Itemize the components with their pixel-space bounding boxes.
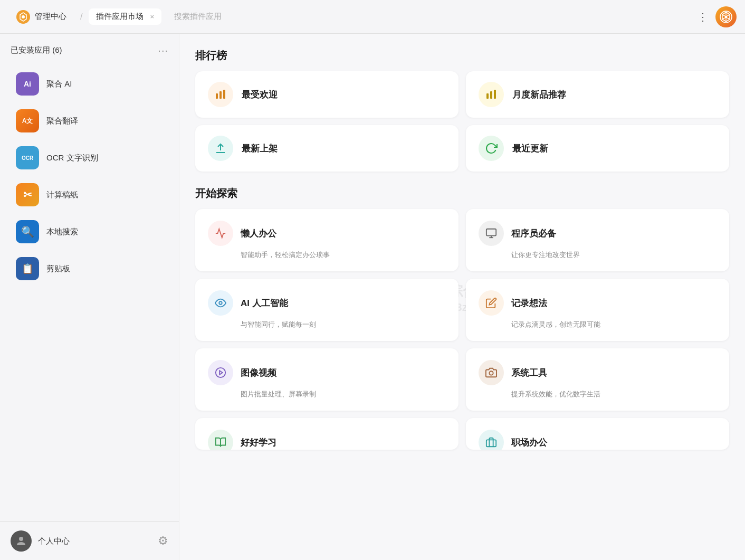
- sidebar-item-ocr[interactable]: OCR OCR 文字识别: [5, 140, 174, 176]
- ai-desc: 与智能同行，赋能每一刻: [208, 320, 446, 329]
- explore-title: 开始探索: [195, 186, 729, 201]
- titlebar: 管理中心 / 插件应用市场 × 搜索插件应用 ⋮: [0, 0, 745, 34]
- lazy-office-header: 懒人办公: [208, 221, 446, 246]
- sidebar-header: 已安装应用 (6) ···: [0, 44, 179, 65]
- main-layout: 已安装应用 (6) ··· Ai 聚合 AI A文 聚合翻译 OCR OC: [0, 34, 745, 560]
- image-video-card[interactable]: 图像视频 图片批量处理、屏幕录制: [195, 348, 459, 411]
- management-icon: [16, 10, 31, 24]
- ranking-grid-row1: 最受欢迎 月度新品推荐: [195, 71, 729, 118]
- svg-point-22: [216, 368, 225, 377]
- juhe-translate-name: 聚合翻译: [46, 116, 78, 126]
- explore-grid-row3: 图像视频 图片批量处理、屏幕录制 系统工具 提升系统效: [195, 348, 729, 411]
- programmer-card[interactable]: 程序员必备 让你更专注地改变世界: [466, 209, 729, 271]
- ranking-section: 排行榜 最受欢迎: [195, 49, 729, 172]
- brand-avatar[interactable]: [715, 6, 737, 27]
- record-ideas-header: 记录想法: [479, 290, 717, 316]
- monthly-new-card[interactable]: 月度新品推荐: [466, 71, 729, 118]
- explore-grid-row1: 懒人办公 智能助手，轻松搞定办公琐事 程序员必备: [195, 209, 729, 271]
- monthly-new-icon: [479, 82, 504, 107]
- svg-point-10: [19, 537, 23, 541]
- sidebar-more-button[interactable]: ···: [158, 44, 168, 56]
- ranking-grid-row2: 最新上架 最近更新: [195, 125, 729, 172]
- user-avatar: [11, 530, 32, 552]
- management-center-tab[interactable]: 管理中心: [8, 6, 74, 27]
- system-tools-header: 系统工具: [479, 360, 717, 385]
- lazy-office-title: 懒人办公: [241, 227, 276, 240]
- lazy-office-card[interactable]: 懒人办公 智能助手，轻松搞定办公琐事: [195, 209, 459, 271]
- latest-listed-label: 最新上架: [242, 143, 278, 155]
- svg-rect-25: [486, 440, 496, 447]
- image-video-desc: 图片批量处理、屏幕录制: [208, 390, 446, 399]
- titlebar-right: ⋮: [698, 6, 737, 27]
- sidebar-section-title: 已安装应用 (6): [11, 45, 62, 55]
- content-area: ⊕ 闸综合社区 www.i3zh.com 排行榜 最受欢迎: [179, 34, 745, 560]
- svg-rect-18: [486, 229, 496, 236]
- explore-grid-row2: AI 人工智能 与智能同行，赋能每一刻 记录想法 记录: [195, 279, 729, 341]
- bar-chart2-icon: [485, 88, 498, 101]
- plugin-market-label: 插件应用市场: [96, 12, 144, 22]
- latest-listed-icon: [208, 136, 233, 161]
- system-tools-icon: [479, 360, 504, 385]
- record-ideas-title: 记录想法: [511, 297, 547, 309]
- office-work-title: 职场办公: [511, 436, 547, 449]
- clipboard-name: 剪贴板: [46, 264, 70, 274]
- svg-rect-12: [219, 91, 222, 99]
- edit-icon: [485, 297, 497, 309]
- svg-rect-14: [486, 93, 489, 99]
- monthly-new-label: 月度新品推荐: [512, 89, 566, 101]
- svg-point-24: [489, 371, 493, 375]
- sidebar-item-clipboard[interactable]: 📋 剪贴板: [5, 251, 174, 287]
- lazy-office-desc: 智能助手，轻松搞定办公琐事: [208, 250, 446, 260]
- personal-center-label: 个人中心: [38, 536, 70, 546]
- explore-grid-row4: 好好学习 职场办公: [195, 418, 729, 450]
- sidebar-item-juhe-ai[interactable]: Ai 聚合 AI: [5, 66, 174, 102]
- good-study-icon: [208, 430, 233, 450]
- svg-point-1: [22, 15, 25, 18]
- titlebar-left: 管理中心 / 插件应用市场 × 搜索插件应用: [8, 6, 698, 27]
- briefcase-icon: [485, 436, 497, 448]
- office-work-icon: [479, 430, 504, 450]
- good-study-title: 好好学习: [241, 436, 276, 449]
- svg-marker-23: [219, 371, 223, 374]
- ai-title: AI 人工智能: [241, 297, 288, 309]
- system-tools-card[interactable]: 系统工具 提升系统效能，优化数字生活: [466, 348, 729, 411]
- monitor-icon: [485, 227, 497, 239]
- personal-center-button[interactable]: 个人中心: [11, 530, 70, 552]
- good-study-header: 好好学习: [208, 430, 446, 450]
- recently-updated-label: 最近更新: [512, 143, 548, 155]
- sidebar-item-juhe-translate[interactable]: A文 聚合翻译: [5, 103, 174, 139]
- most-popular-card[interactable]: 最受欢迎: [195, 71, 459, 118]
- breadcrumb-sep: /: [80, 12, 82, 22]
- latest-listed-card[interactable]: 最新上架: [195, 125, 459, 172]
- ocr-icon: OCR: [16, 146, 39, 169]
- programmer-desc: 让你更专注地改变世界: [479, 250, 717, 260]
- svg-rect-15: [490, 91, 492, 99]
- sidebar-item-calculator[interactable]: ✂ 计算稿纸: [5, 177, 174, 213]
- sidebar-item-local-search[interactable]: 🔍 本地搜索: [5, 214, 174, 250]
- office-work-card[interactable]: 职场办公: [466, 418, 729, 450]
- search-box: 搜索插件应用: [166, 8, 698, 25]
- image-video-header: 图像视频: [208, 360, 446, 385]
- tab-close-button[interactable]: ×: [150, 13, 154, 21]
- ai-card[interactable]: AI 人工智能 与智能同行，赋能每一刻: [195, 279, 459, 341]
- record-ideas-icon: [479, 290, 504, 316]
- programmer-icon: [479, 221, 504, 246]
- settings-gear-button[interactable]: ⚙: [158, 534, 168, 548]
- brand-logo-icon: [720, 11, 732, 23]
- search-placeholder: 搜索插件应用: [174, 12, 222, 21]
- record-ideas-desc: 记录点滴灵感，创造无限可能: [479, 320, 717, 329]
- sidebar-items: Ai 聚合 AI A文 聚合翻译 OCR OCR 文字识别 ✂ 计算稿纸: [0, 65, 179, 521]
- local-search-icon: 🔍: [16, 220, 39, 243]
- record-ideas-card[interactable]: 记录想法 记录点滴灵感，创造无限可能: [466, 279, 729, 341]
- office-work-header: 职场办公: [479, 430, 717, 450]
- titlebar-more-button[interactable]: ⋮: [698, 11, 709, 23]
- svg-point-21: [219, 301, 222, 305]
- plugin-market-tab[interactable]: 插件应用市场 ×: [89, 8, 161, 25]
- ranking-title: 排行榜: [195, 49, 729, 63]
- good-study-card[interactable]: 好好学习: [195, 418, 459, 450]
- recently-updated-card[interactable]: 最近更新: [466, 125, 729, 172]
- most-popular-icon: [208, 82, 233, 107]
- refresh-icon: [485, 142, 498, 155]
- play-circle-icon: [215, 367, 226, 378]
- system-tools-title: 系统工具: [511, 367, 547, 379]
